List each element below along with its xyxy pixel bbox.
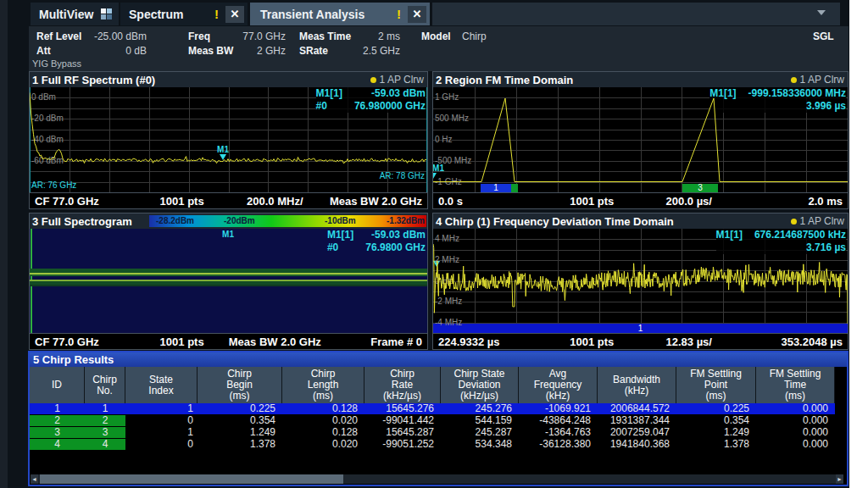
panel2-footer: 0.0 s1001 pts200.0 µs/2.0 ms (433, 192, 848, 208)
table-cell: 1931387.344 (598, 415, 676, 426)
left-edge-strip (0, 0, 8, 488)
panel-chirp-freq-deviation: 4 Chirp (1) Frequency Deviation Time Dom… (432, 213, 849, 350)
column-header[interactable]: Chirp Begin (ms) (198, 367, 282, 403)
chirp-region-bar: 3 (682, 184, 718, 192)
table-row[interactable]: 4401.3780.020-99051.252534.348-36128.380… (30, 439, 835, 451)
table-cell: -36128.380 (519, 439, 598, 450)
multiview-grid-icon (101, 8, 112, 19)
chirp-results-table[interactable]: IDChirp No.State IndexChirp Begin (ms)Ch… (30, 367, 835, 451)
column-header[interactable]: Chirp Rate (kHz/µs) (364, 367, 441, 403)
scrollbar-thumb[interactable] (40, 474, 343, 484)
sgl-indicator: SGL (813, 30, 834, 42)
table-cell: 1941840.368 (598, 439, 676, 450)
tab-strip (432, 3, 840, 25)
column-header[interactable]: FM Settling Point (ms) (676, 367, 756, 403)
meas-time-value[interactable]: 2 ms (326, 30, 400, 42)
table-cell: -99051.252 (364, 439, 441, 450)
panel3-footer: CF 77.0 GHz1001 ptsMeas BW 2.0 GHzFrame … (30, 333, 427, 349)
table-cell: 0.354 (676, 415, 756, 426)
att-value[interactable]: 0 dB (75, 45, 147, 57)
panel4-title: 4 Chirp (1) Frequency Deviation Time Dom… (436, 215, 791, 228)
table-cell: 0 (125, 439, 198, 450)
table-title: 5 Chirp Results (30, 352, 847, 367)
panel-full-spectrogram: 3 Full Spectrogram -28.2dBm -20dBm -10dB… (29, 213, 428, 350)
table-scrollbar[interactable]: ◄ ► (31, 474, 843, 484)
table-cell: 0.000 (756, 427, 835, 438)
scroll-right-icon[interactable]: ► (836, 474, 843, 484)
tab-dropdown-icon[interactable] (817, 10, 826, 15)
table-row[interactable]: 2200.3540.020-99041.442544.159-43864.248… (30, 415, 835, 427)
marker-m1[interactable]: M1 (220, 230, 236, 239)
column-header[interactable]: Chirp No. (85, 367, 125, 403)
table-cell: 15645.287 (364, 427, 441, 438)
table-cell: 3 (85, 427, 125, 438)
table-row[interactable]: 3311.2490.12815645.287245.287-1364.76320… (30, 427, 835, 439)
tab-spectrum-label: Spectrum (129, 8, 208, 21)
panel2-plot[interactable]: M1[1]-999.158336000 MHz 3.996 µs M1 1 GH… (433, 87, 848, 192)
close-icon[interactable]: ✕ (225, 6, 244, 23)
panel1-plot[interactable]: M1[1]-59.03 dBm #076.980000 GHz M1 AR: 7… (30, 87, 427, 192)
panel4-trace-badge: 1 AP Clrw (791, 215, 844, 227)
table-cell: 1 (125, 403, 198, 414)
panel-full-rf-spectrum: 1 Full RF Spectrum (#0) 1 AP Clrw M1[1]-… (29, 71, 428, 209)
table-cell: 0.128 (282, 427, 364, 438)
panel3-plot[interactable]: M1[1]-59.03 dBm #076.9800 GHz M1 (30, 229, 427, 333)
column-header[interactable]: State Index (125, 367, 198, 403)
table-cell: 534.348 (441, 439, 519, 450)
meas-bw-value[interactable]: 2 GHz (224, 45, 286, 57)
panel3-marker-readout: M1[1]-59.03 dBm #076.9800 GHz (327, 229, 426, 254)
table-cell: 0.225 (198, 403, 282, 414)
warning-icon: ! (397, 7, 401, 21)
close-icon[interactable]: ✕ (408, 6, 426, 23)
freq-label: Freq (188, 30, 210, 42)
column-header[interactable]: FM Settling Time (ms) (756, 367, 835, 403)
column-header[interactable]: Avg Frequency (kHz) (519, 367, 598, 403)
table-cell: -43864.248 (519, 415, 598, 426)
column-header[interactable]: Bandwidth (kHz) (598, 367, 676, 403)
panel1-footer: CF 77.0 GHz1001 pts200.0 MHz/Meas BW 2.0… (30, 192, 427, 208)
panel1-header: 1 Full RF Spectrum (#0) 1 AP Clrw (30, 72, 427, 87)
table-cell: 0 (125, 415, 198, 426)
scroll-left-icon[interactable]: ◄ (31, 474, 38, 484)
table-cell: 0.225 (676, 403, 756, 414)
panel2-trace-badge: 1 AP Clrw (791, 74, 844, 86)
table-cell: 1.378 (198, 439, 282, 450)
ref-level-value[interactable]: -25.00 dBm (75, 30, 147, 42)
panel3-header: 3 Full Spectrogram -28.2dBm -20dBm -10dB… (30, 214, 427, 229)
table-cell: 1 (85, 403, 125, 414)
table-row[interactable]: 1110.2250.12815645.276245.276-1069.92120… (30, 403, 835, 415)
table-cell: 0.020 (282, 439, 364, 450)
panel2-header: 2 Region FM Time Domain 1 AP Clrw (433, 72, 848, 87)
srate-value[interactable]: 2.5 GHz (326, 45, 400, 57)
table-cell: 2 (30, 415, 85, 426)
panel-region-fm-time-domain: 2 Region FM Time Domain 1 AP Clrw M1[1]-… (432, 71, 849, 209)
freq-value[interactable]: 77.0 GHz (224, 30, 286, 42)
table-cell: 1.249 (676, 427, 756, 438)
panel4-plot[interactable]: M1[1]676.214687500 kHz 3.716 µs 1 4 MHz2… (433, 229, 848, 333)
table-cell: 2 (85, 415, 125, 426)
table-cell: 1 (30, 403, 85, 414)
yig-bypass-label: YIG Bypass (32, 58, 81, 69)
column-header[interactable]: ID (30, 367, 85, 403)
srate-label: SRate (299, 45, 328, 57)
att-label: Att (36, 45, 51, 57)
settings-bar: Ref Level -25.00 dBm Freq 77.0 GHz Meas … (29, 26, 849, 71)
table-cell: 3 (30, 427, 85, 438)
trace-active-dot (370, 77, 376, 83)
spectrogram-colorbar: -28.2dBm -20dBm -10dBm -1.32dBm (149, 215, 426, 227)
column-header[interactable]: Chirp Length (ms) (282, 367, 364, 403)
panel2-title: 2 Region FM Time Domain (436, 74, 791, 86)
tab-spectrum[interactable]: Spectrum ! ✕ (120, 3, 248, 25)
model-value[interactable]: Chirp (462, 30, 487, 42)
table-cell: 0.000 (756, 439, 835, 450)
tab-transient-label: Transient Analysis (260, 8, 390, 21)
table-cell: 2006844.572 (598, 403, 676, 414)
table-cell: 0.000 (756, 403, 835, 414)
instrument-screen: MultiView Spectrum ! ✕ Transient Analysi… (0, 0, 849, 488)
tab-multiview[interactable]: MultiView (31, 3, 119, 25)
column-header[interactable]: Chirp State Deviation (kHz/µs) (441, 367, 519, 403)
table-cell: 245.287 (441, 427, 519, 438)
table-cell: 1 (125, 427, 198, 438)
tab-transient-analysis[interactable]: Transient Analysis ! ✕ (250, 3, 430, 25)
screenshot-root: MultiView Spectrum ! ✕ Transient Analysi… (0, 0, 868, 488)
